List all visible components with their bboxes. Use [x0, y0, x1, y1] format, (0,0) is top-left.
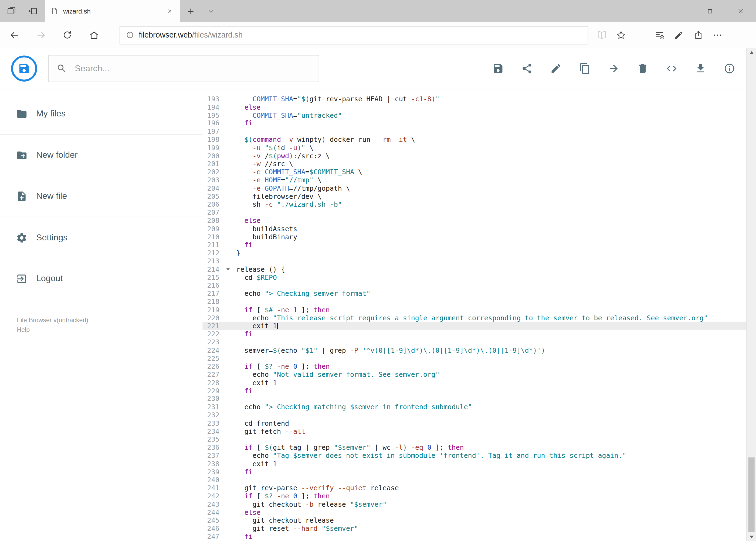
forward-button[interactable] [28, 22, 54, 48]
scrollbar-down-button[interactable] [747, 533, 756, 541]
scrollbar-up-button[interactable] [747, 48, 756, 56]
code-line-220[interactable]: 220 echo "This release script requires a… [202, 314, 756, 322]
share-button[interactable] [521, 63, 533, 74]
search-input[interactable] [74, 63, 311, 74]
code-line-233[interactable]: 233 cd frontend [202, 419, 756, 427]
code-line-234[interactable]: 234 git fetch --all [202, 427, 756, 435]
code-line-207[interactable]: 207 [202, 209, 756, 217]
code-line-221[interactable]: 221 exit 1 [202, 322, 756, 330]
sidebar-item-settings[interactable]: Settings [0, 217, 202, 258]
share-page-icon[interactable] [688, 22, 708, 48]
tab-list-chevron-icon[interactable] [201, 0, 220, 22]
code-button[interactable] [666, 63, 677, 74]
code-line-227[interactable]: 227 echo "Not valid semver format. See s… [202, 370, 756, 379]
code-line-222[interactable]: 222 fi [202, 330, 756, 338]
code-line-223[interactable]: 223 [202, 338, 756, 346]
code-line-228[interactable]: 228 exit 1 [202, 379, 756, 387]
code-line-208[interactable]: 208 else [202, 217, 756, 225]
code-line-201[interactable]: 201 -w //src \ [202, 160, 756, 168]
url-text[interactable]: filebrowser.web/files/wizard.sh [139, 31, 242, 39]
code-line-213[interactable]: 213 [202, 257, 756, 265]
info-button[interactable] [724, 63, 735, 74]
scrollbar-track[interactable] [746, 48, 756, 541]
code-line-237[interactable]: 237 echo "Tag $semver does not exist in … [202, 452, 756, 460]
code-line-239[interactable]: 239 fi [202, 468, 756, 476]
search-box[interactable] [48, 55, 319, 82]
code-line-195[interactable]: 195 COMMIT_SHA="untracked" [202, 111, 756, 119]
sidebar-item-new-file[interactable]: New file [0, 176, 202, 217]
code-line-203[interactable]: 203 -e HOME="//tmp" \ [202, 176, 756, 184]
browser-tab[interactable]: wizard.sh [45, 0, 180, 22]
code-line-210[interactable]: 210 buildBinary [202, 233, 756, 241]
code-line-230[interactable]: 230 [202, 395, 756, 403]
code-line-238[interactable]: 238 exit 1 [202, 460, 756, 468]
new-tab-button[interactable] [180, 0, 201, 22]
code-editor[interactable]: 193 COMMIT_SHA="$(git rev-parse HEAD | c… [202, 89, 756, 541]
close-button[interactable] [725, 0, 756, 22]
code-line-200[interactable]: 200 -v /$(pwd):/src:z \ [202, 152, 756, 160]
code-line-240[interactable]: 240 [202, 476, 756, 484]
code-line-206[interactable]: 206 sh -c "./wizard.sh -b" [202, 201, 756, 209]
tab-close-icon[interactable] [165, 7, 174, 15]
code-line-216[interactable]: 216 [202, 281, 756, 289]
code-line-245[interactable]: 245 git checkout release [202, 516, 756, 525]
code-line-219[interactable]: 219 if [ $# -ne 1 ]; then [202, 306, 756, 314]
code-line-236[interactable]: 236 if [ $(git tag | grep "$semver" | wc… [202, 443, 756, 452]
minimize-button[interactable] [663, 0, 694, 22]
add-favorite-star-icon[interactable] [611, 22, 630, 48]
help-link[interactable]: Help [17, 325, 203, 335]
code-line-199[interactable]: 199 -u "$(id -u)" \ [202, 144, 756, 152]
refresh-button[interactable] [54, 22, 81, 48]
address-bar[interactable]: filebrowser.web/files/wizard.sh [120, 26, 588, 44]
sidebar-item-new-folder[interactable]: New folder [0, 135, 202, 176]
code-line-212[interactable]: 212} [202, 249, 756, 257]
home-button[interactable] [81, 22, 107, 48]
reading-view-icon[interactable] [592, 22, 611, 48]
code-line-204[interactable]: 204 -e GOPATH=//tmp/gopath \ [202, 184, 756, 192]
sidebar-item-my-files[interactable]: My files [0, 93, 202, 134]
code-line-247[interactable]: 247 fi [202, 533, 756, 541]
code-line-235[interactable]: 235 [202, 435, 756, 443]
code-line-217[interactable]: 217 echo "> Checking semver format" [202, 289, 756, 297]
code-line-214[interactable]: 214release () { [202, 265, 756, 273]
back-button[interactable] [1, 22, 28, 48]
copy-button[interactable] [579, 63, 591, 74]
maximize-button[interactable] [694, 0, 725, 22]
tabs-set-aside-icon[interactable] [7, 6, 16, 16]
sidebar-item-logout[interactable]: Logout [0, 258, 202, 299]
code-line-244[interactable]: 244 else [202, 508, 756, 516]
code-line-246[interactable]: 246 git reset --hard "$semver" [202, 525, 756, 533]
fold-icon[interactable] [226, 268, 230, 270]
code-line-209[interactable]: 209 buildAssets [202, 225, 756, 233]
code-line-225[interactable]: 225 [202, 354, 756, 362]
code-line-241[interactable]: 241 git rev-parse --verify --quiet relea… [202, 484, 756, 492]
favorites-hub-icon[interactable] [650, 22, 669, 48]
rename-button[interactable] [550, 63, 562, 74]
code-line-224[interactable]: 224 semver=$(echo "$1" | grep -P '^v(0|[… [202, 346, 756, 354]
download-button[interactable] [695, 63, 706, 74]
code-line-232[interactable]: 232 [202, 411, 756, 419]
more-options-icon[interactable] [708, 22, 727, 48]
code-line-202[interactable]: 202 -e COMMIT_SHA=$COMMIT_SHA \ [202, 168, 756, 176]
save-button[interactable] [492, 63, 504, 74]
code-line-197[interactable]: 197 [202, 128, 756, 136]
code-line-231[interactable]: 231 echo "> Checking matching $semver in… [202, 403, 756, 411]
code-line-226[interactable]: 226 if [ $? -ne 0 ]; then [202, 362, 756, 370]
code-line-229[interactable]: 229 fi [202, 387, 756, 395]
code-line-198[interactable]: 198 $(command -v winpty) docker run --rm… [202, 136, 756, 144]
code-line-211[interactable]: 211 fi [202, 241, 756, 249]
move-button[interactable] [608, 63, 620, 74]
code-line-242[interactable]: 242 if [ $? -ne 0 ]; then [202, 492, 756, 500]
scrollbar-thumb[interactable] [748, 457, 754, 532]
code-line-205[interactable]: 205 filebrowser/dev \ [202, 192, 756, 201]
code-line-215[interactable]: 215 cd $REPO [202, 273, 756, 281]
delete-button[interactable] [637, 63, 648, 74]
code-line-194[interactable]: 194 else [202, 103, 756, 111]
set-tabs-aside-icon[interactable] [28, 6, 38, 16]
code-line-218[interactable]: 218 [202, 297, 756, 306]
code-line-193[interactable]: 193 COMMIT_SHA="$(git rev-parse HEAD | c… [202, 95, 756, 103]
web-note-pen-icon[interactable] [669, 22, 688, 48]
code-line-243[interactable]: 243 git checkout -b release "$semver" [202, 500, 756, 508]
code-line-196[interactable]: 196 fi [202, 119, 756, 128]
site-info-icon[interactable] [126, 31, 134, 39]
